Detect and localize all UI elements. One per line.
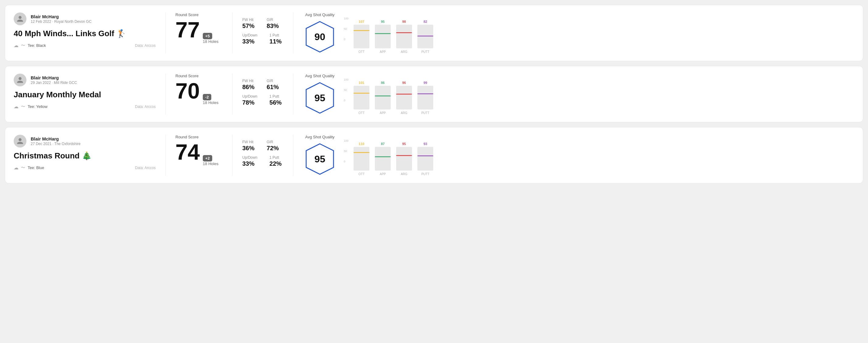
y-axis-label: 50	[344, 89, 348, 92]
tee-row: ☁〜Tee: Black	[14, 42, 46, 48]
score-main: 70-218 Holes	[176, 80, 222, 105]
wind-icon: 〜	[21, 104, 25, 110]
stat-label: Up/Down	[242, 155, 257, 160]
bar-wrapper	[353, 86, 369, 110]
bar-column: 110OTT	[353, 142, 369, 176]
bar-label: PUTT	[422, 173, 429, 176]
bar-wrapper	[417, 147, 433, 170]
score-section: Round Score70-218 Holes	[166, 73, 232, 115]
bar-line	[396, 32, 412, 33]
bar-label: APP	[380, 111, 386, 115]
stat-value: 61%	[267, 84, 279, 91]
bar-line	[417, 155, 433, 156]
stat-value: 72%	[267, 145, 279, 152]
quality-hexagon: 95	[303, 81, 337, 115]
stat-label: 1 Putt	[269, 94, 282, 98]
stat-value: 83%	[267, 23, 279, 30]
wind-icon: 〜	[21, 165, 25, 170]
quality-section: Avg Shot Quality 90100500107OTT95APP98AR…	[293, 12, 854, 54]
bar-value: 82	[424, 20, 427, 23]
bar-wrapper	[396, 86, 412, 110]
y-axis-label: 50	[344, 27, 348, 30]
quality-title: Avg Shot Quality	[305, 135, 335, 139]
stat-item: GIR61%	[267, 79, 279, 91]
quality-score: 90	[314, 31, 325, 42]
stat-item: GIR83%	[267, 18, 279, 30]
bar-line	[353, 93, 369, 94]
stats-row-bottom: Up/Down78%1 Putt56%	[242, 94, 283, 106]
bar-value: 98	[402, 20, 406, 23]
score-main: 74+218 Holes	[176, 141, 222, 166]
quality-hexagon: 95	[303, 142, 337, 176]
stat-item: Up/Down78%	[242, 94, 257, 106]
quality-score: 95	[314, 92, 325, 104]
cloud-icon: ☁	[14, 42, 19, 48]
bar-label: ARG	[401, 173, 407, 176]
score-main: 77+518 Holes	[176, 19, 222, 44]
bar-chart-container: 100500110OTT87APP95ARG93PUTT	[344, 135, 854, 176]
bar-column: 87APP	[375, 142, 391, 176]
stats-section: FW Hit36%GIR72%Up/Down33%1 Putt22%	[232, 135, 293, 176]
stat-item: FW Hit57%	[242, 18, 254, 30]
round-card: Blair McHarg29 Jan 2022 · Mill Ride GCCJ…	[5, 66, 863, 122]
score-badge: -2	[203, 94, 211, 100]
round-title: 40 Mph Winds... Links Golf 🏌️	[14, 29, 156, 38]
bar-chart: 110OTT87APP95ARG93PUTT	[353, 139, 854, 176]
y-axis-label: 100	[344, 78, 348, 81]
score-badge: +5	[203, 33, 212, 39]
score-label: Round Score	[176, 12, 222, 17]
stat-item: 1 Putt22%	[269, 155, 282, 167]
y-axis-labels: 100500	[344, 17, 348, 41]
user-name: Blair McHarg	[31, 136, 81, 142]
cloud-icon: ☁	[14, 165, 19, 170]
bar-wrapper	[396, 25, 412, 48]
bar-wrapper	[353, 25, 369, 48]
bar-column: 98ARG	[396, 20, 412, 54]
user-name: Blair McHarg	[31, 14, 92, 19]
stat-label: FW Hit	[242, 140, 254, 144]
user-row: Blair McHarg29 Jan 2022 · Mill Ride GCC	[14, 73, 156, 86]
bar-column: 86APP	[375, 81, 391, 115]
bar-label: OTT	[359, 173, 365, 176]
stats-row-bottom: Up/Down33%1 Putt22%	[242, 155, 283, 167]
bar-wrapper	[417, 25, 433, 48]
stat-value: 36%	[242, 145, 254, 152]
bar-value: 86	[381, 81, 384, 85]
footer-row: ☁〜Tee: YellowData: Arccos	[14, 104, 156, 110]
bar-label: PUTT	[422, 111, 429, 115]
bar-column: 95ARG	[396, 142, 412, 176]
holes-label: 18 Holes	[203, 100, 218, 105]
bar-chart-container: 100500101OTT86APP96ARG99PUTT	[344, 74, 854, 115]
stat-item: FW Hit86%	[242, 79, 254, 91]
bar-wrapper	[375, 86, 391, 110]
bar-value: 107	[359, 20, 364, 23]
bar-column: 93PUTT	[417, 142, 433, 176]
quality-title: Avg Shot Quality	[305, 73, 335, 78]
user-info: Blair McHarg29 Jan 2022 · Mill Ride GCC	[31, 75, 77, 85]
stat-item: Up/Down33%	[242, 155, 257, 167]
stat-value: 33%	[242, 38, 257, 45]
data-source-label: Data: Arccos	[135, 166, 156, 170]
data-source-label: Data: Arccos	[135, 43, 156, 48]
user-row: Blair McHarg27 Dec 2021 · The Oxfordshir…	[14, 135, 156, 148]
quality-score: 95	[314, 154, 325, 165]
bar-value: 95	[402, 142, 406, 146]
bar-label: APP	[380, 173, 386, 176]
score-badge-col: +518 Holes	[203, 33, 218, 44]
stat-item: GIR72%	[267, 140, 279, 152]
y-axis-label: 0	[344, 99, 348, 102]
quality-section: Avg Shot Quality 95100500101OTT86APP96AR…	[293, 73, 854, 115]
tee-label: Tee: Blue	[28, 165, 44, 170]
quality-title: Avg Shot Quality	[305, 12, 335, 17]
user-date: 12 Feb 2022 · Royal North Devon GC	[31, 20, 92, 24]
stat-item: FW Hit36%	[242, 140, 254, 152]
y-axis-label: 50	[344, 150, 348, 153]
quality-section: Avg Shot Quality 95100500110OTT87APP95AR…	[293, 135, 854, 176]
stats-section: FW Hit86%GIR61%Up/Down78%1 Putt56%	[232, 73, 293, 115]
bar-label: APP	[380, 50, 386, 54]
stat-item: Up/Down33%	[242, 33, 257, 45]
quality-left: Avg Shot Quality 90	[303, 12, 337, 54]
stat-label: Up/Down	[242, 33, 257, 37]
stat-label: FW Hit	[242, 79, 254, 83]
holes-label: 18 Holes	[203, 39, 218, 44]
